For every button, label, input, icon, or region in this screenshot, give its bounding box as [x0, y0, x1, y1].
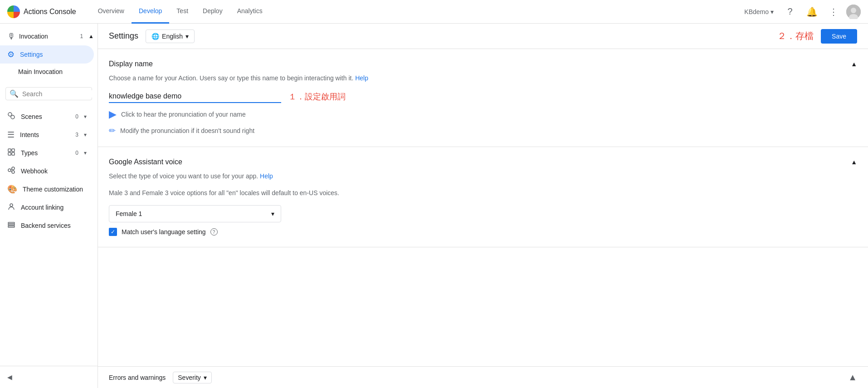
checkmark-icon: ✓	[111, 229, 115, 235]
backend-icon	[7, 221, 15, 231]
svg-point-1	[851, 8, 856, 13]
theme-label: Theme customization	[23, 186, 87, 193]
more-options-button[interactable]: ⋮	[824, 3, 843, 21]
chevron-down-icon: ▾	[770, 8, 774, 15]
tab-test[interactable]: Test	[169, 0, 195, 24]
svg-rect-7	[8, 152, 11, 155]
svg-point-14	[10, 204, 13, 206]
edit-pronunciation-icon[interactable]: ✏	[109, 126, 116, 136]
language-selector[interactable]: 🌐 English ▾	[146, 29, 195, 43]
tab-overview[interactable]: Overview	[91, 0, 132, 24]
display-name-input[interactable]	[109, 90, 281, 103]
globe-icon: 🌐	[151, 33, 159, 40]
backend-label: Backend services	[21, 222, 87, 229]
match-language-help-icon[interactable]: ?	[210, 228, 218, 236]
voice-section-header[interactable]: Google Assistant voice ▲	[109, 158, 857, 166]
errors-label: Errors and warnings	[109, 374, 166, 381]
scenes-icon	[7, 112, 15, 122]
bottom-collapse-button[interactable]: ▲	[848, 372, 857, 383]
match-language-checkbox[interactable]: ✓	[109, 228, 117, 236]
svg-rect-6	[12, 149, 15, 152]
svg-point-4	[11, 115, 15, 119]
settings-page-title: Settings	[109, 31, 138, 41]
logo-area: Actions Console	[7, 5, 76, 18]
tab-analytics[interactable]: Analytics	[230, 0, 270, 24]
expand-icon: ▲	[848, 372, 857, 382]
avatar-icon	[846, 5, 861, 19]
severity-label: Severity	[178, 374, 201, 381]
scenes-chevron-icon: ▾	[84, 113, 87, 120]
pronunciation-edit-text: Modify the pronunciation if it doesn't s…	[120, 127, 254, 134]
voice-help-link[interactable]: Help	[260, 172, 273, 180]
bottom-bar: Errors and warnings Severity ▾ ▲	[98, 366, 868, 388]
match-language-label: Match user's language setting	[122, 228, 206, 236]
types-chevron-icon: ▾	[84, 150, 87, 156]
webhook-icon	[7, 166, 15, 177]
svg-line-13	[11, 171, 12, 172]
collapse-sidebar-button[interactable]: ◀	[0, 370, 98, 384]
invocation-header[interactable]: 🎙 Invocation 1 ▲	[0, 27, 98, 45]
voice-selected-label: Female 1	[116, 210, 142, 217]
display-name-title: Display name	[109, 60, 153, 68]
save-button[interactable]: Save	[821, 29, 857, 44]
settings-content: Display name ▲ Choose a name for your Ac…	[98, 49, 868, 366]
sidebar-item-settings[interactable]: ⚙ Settings	[0, 45, 94, 64]
svg-rect-8	[12, 152, 15, 155]
scenes-label: Scenes	[21, 113, 70, 120]
account-link-label: Account linking	[21, 204, 87, 211]
svg-point-9	[8, 169, 11, 172]
sidebar-item-scenes[interactable]: Scenes 0 ▾	[0, 108, 94, 126]
display-name-help-link[interactable]: Help	[355, 74, 368, 82]
scenes-count: 0	[75, 113, 78, 120]
collapse-voice-icon: ▲	[851, 158, 857, 166]
voice-dropdown[interactable]: Female 1 ▾	[109, 205, 281, 222]
voice-note: Male 3 and Female 3 voice options for al…	[109, 188, 857, 198]
sidebar-item-intents[interactable]: ☰ Intents 3 ▾	[0, 126, 94, 144]
save-annotation: ２．存檔	[777, 30, 814, 42]
severity-dropdown[interactable]: Severity ▾	[173, 372, 212, 383]
avatar[interactable]	[846, 5, 861, 19]
top-nav: Actions Console Overview Develop Test De…	[0, 0, 868, 24]
svg-rect-5	[8, 149, 11, 152]
svg-point-10	[12, 167, 15, 170]
notifications-button[interactable]: 🔔	[803, 3, 821, 21]
match-language-row: ✓ Match user's language setting ?	[109, 228, 857, 236]
nav-right: KBdemo ▾ ? 🔔 ⋮	[741, 3, 861, 21]
sidebar-item-theme[interactable]: 🎨 Theme customization	[0, 180, 94, 198]
tab-develop[interactable]: Develop	[132, 0, 169, 24]
main-layout: 🎙 Invocation 1 ▲ ⚙ Settings Main Invocat…	[0, 24, 868, 388]
svg-rect-16	[8, 224, 15, 226]
pronunciation-play-text: Click to hear the pronunciation of your …	[121, 111, 246, 118]
tab-deploy[interactable]: Deploy	[195, 0, 230, 24]
search-input[interactable]	[22, 90, 98, 98]
chevron-up-icon: ▲	[88, 33, 94, 39]
collapse-display-name-icon: ▲	[851, 60, 857, 68]
pronunciation-play-row: ▶ Click to hear the pronunciation of you…	[109, 108, 857, 120]
account-label: KBdemo	[744, 8, 769, 15]
search-box: 🔍	[5, 87, 92, 100]
sidebar-item-backend[interactable]: Backend services	[0, 216, 94, 235]
types-count: 0	[75, 150, 78, 156]
sidebar-item-webhook[interactable]: Webhook	[0, 162, 94, 180]
sidebar-item-types[interactable]: Types 0 ▾	[0, 144, 94, 162]
account-button[interactable]: KBdemo ▾	[741, 6, 777, 17]
language-label: English	[162, 33, 183, 40]
voice-section: Google Assistant voice ▲ Select the type…	[98, 147, 868, 247]
display-name-section-header[interactable]: Display name ▲	[109, 60, 857, 68]
voice-section-title: Google Assistant voice	[109, 158, 182, 166]
svg-rect-17	[8, 226, 15, 227]
google-logo-icon	[7, 5, 20, 18]
mic-icon: 🎙	[7, 32, 15, 41]
sidebar-item-main-invocation[interactable]: Main Invocation	[0, 64, 98, 80]
voice-dropdown-chevron-icon: ▾	[271, 210, 274, 217]
play-icon[interactable]: ▶	[109, 108, 117, 120]
settings-header: Settings 🌐 English ▾ ２．存檔 Save	[98, 24, 868, 49]
sidebar-nav-section: Scenes 0 ▾ ☰ Intents 3 ▾ Types 0 ▾	[0, 104, 98, 238]
intents-chevron-icon: ▾	[84, 132, 87, 138]
pronunciation-edit-row: ✏ Modify the pronunciation if it doesn't…	[109, 126, 857, 136]
voice-description: Select the type of voice you want to use…	[109, 172, 857, 181]
sidebar-item-account[interactable]: Account linking	[0, 198, 94, 216]
intents-icon: ☰	[7, 130, 15, 140]
webhook-label: Webhook	[21, 167, 87, 175]
help-button[interactable]: ?	[781, 3, 799, 21]
